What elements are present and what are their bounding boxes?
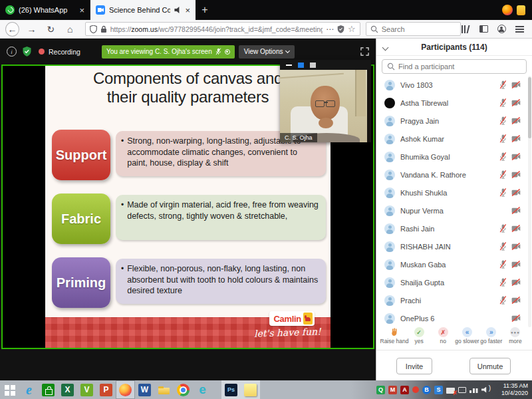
no-button[interactable]: ✗ no: [431, 327, 455, 350]
participant-search-input[interactable]: [398, 63, 521, 70]
search-bar[interactable]: [366, 22, 461, 36]
go-slower-button[interactable]: « go slower: [455, 327, 479, 350]
collapse-chevron-icon[interactable]: [382, 45, 389, 51]
tray-quickheal-icon[interactable]: Q: [376, 384, 385, 396]
tray-m-app-icon[interactable]: M: [388, 384, 397, 396]
tray-red-dot-icon[interactable]: [412, 384, 419, 396]
mic-muted-icon: [499, 116, 507, 125]
tray-signal-icon[interactable]: [469, 384, 478, 396]
viewing-banner[interactable]: You are viewing C. S. Ojha's screen: [102, 45, 235, 59]
yes-button[interactable]: ✓ yes: [407, 327, 431, 350]
recording-indicator-icon: [225, 49, 230, 55]
participants-footer: Invite Unmute: [376, 350, 532, 380]
tracking-shield-icon[interactable]: [90, 25, 97, 33]
video-off-icon: [511, 117, 521, 124]
scrollbar[interactable]: [528, 76, 531, 327]
search-input[interactable]: [382, 25, 448, 33]
fullscreen-button[interactable]: [360, 47, 369, 56]
taskbar-clock[interactable]: 11:35 AM 10/4/2020: [493, 382, 532, 398]
new-tab-button[interactable]: +: [196, 0, 214, 20]
minimize-icon[interactable]: [286, 65, 292, 66]
taskbar-sticky-icon[interactable]: [241, 380, 260, 399]
video-off-icon: [511, 153, 521, 160]
lock-icon[interactable]: [100, 25, 107, 33]
participant-row[interactable]: Vandana K. Rathore: [376, 166, 532, 184]
tab-zoom-meeting[interactable]: Science Behind Colour - A ×: [90, 0, 196, 20]
pocket-icon[interactable]: [337, 25, 344, 33]
hamburger-menu-icon[interactable]: [515, 25, 524, 33]
taskbar-powerpoint-icon[interactable]: P: [96, 380, 116, 399]
presenter-video-window[interactable]: C. S. Ojha: [280, 60, 371, 142]
participant-search-box[interactable]: [382, 59, 527, 74]
fabric-tag: Fabric: [52, 194, 110, 244]
taskbar-start-icon[interactable]: [0, 380, 19, 399]
participant-row[interactable]: Bhumika Goyal: [376, 148, 532, 166]
library-icon[interactable]: [461, 25, 470, 33]
url-bar[interactable]: https://zoom.us/wc/97782995446/join?trac…: [85, 22, 360, 36]
tray-network-x-icon[interactable]: [446, 384, 455, 396]
tray-acrobat-icon[interactable]: A: [400, 384, 409, 396]
participant-row[interactable]: Pragya Jain: [376, 112, 532, 130]
search-icon: [387, 63, 395, 70]
more-button[interactable]: ●●● more: [503, 327, 527, 350]
participant-row[interactable]: RISHABH JAIN: [376, 237, 532, 255]
priming-tag: Priming: [52, 257, 110, 308]
taskbar-firefox-icon[interactable]: [116, 380, 135, 399]
tab-close-icon[interactable]: ×: [185, 5, 190, 15]
sidebar-icon[interactable]: [479, 25, 488, 33]
account-icon[interactable]: [497, 25, 506, 33]
participant-row[interactable]: OnePlus 6: [376, 309, 532, 327]
browser-nav-bar: ← → ↻ ⌂ https://zoom.us/wc/97782995446/j…: [0, 20, 532, 39]
forward-button[interactable]: →: [25, 22, 39, 37]
tab-close-icon[interactable]: ×: [79, 5, 84, 15]
taskbar-word-icon[interactable]: W: [135, 380, 154, 399]
maximize-icon[interactable]: [298, 63, 304, 68]
refresh-button[interactable]: ↻: [44, 22, 58, 37]
meeting-info-icon[interactable]: i: [7, 47, 17, 57]
unmute-button[interactable]: Unmute: [469, 358, 511, 374]
taskbar-edge-icon[interactable]: e: [193, 380, 212, 399]
clock-date: 10/4/2020: [493, 390, 528, 397]
raise-hand-button[interactable]: Raise hand: [382, 327, 407, 350]
participant-row[interactable]: Shailja Gupta: [376, 273, 532, 291]
participant-name: Vandana K. Rathore: [400, 171, 499, 179]
taskbar-store-icon[interactable]: [39, 380, 58, 399]
participant-row[interactable]: Khushi Shukla: [376, 184, 532, 201]
back-button[interactable]: ←: [5, 22, 19, 37]
taskbar-explorer-icon[interactable]: [154, 380, 174, 399]
tray-bluetooth-icon[interactable]: B: [422, 384, 431, 396]
participant-row[interactable]: Rashi Jain: [376, 219, 532, 237]
invite-button[interactable]: Invite: [396, 358, 432, 374]
presenter-hand: [319, 118, 333, 128]
participant-row[interactable]: Ashok Kumar: [376, 130, 532, 148]
video-off-icon: [511, 135, 521, 142]
avatar: [384, 188, 395, 198]
tab-whatsapp[interactable]: (26) WhatsApp ×: [0, 0, 90, 20]
scrollbar-thumb[interactable]: [528, 77, 531, 138]
video-off-icon: [511, 207, 521, 214]
url-text[interactable]: https://zoom.us/wc/97782995446/join?trac…: [110, 25, 323, 33]
taskbar-excel-icon[interactable]: X: [58, 380, 77, 399]
taskbar-photoshop-icon[interactable]: Ps: [221, 380, 241, 399]
taskbar-corel-icon[interactable]: V: [77, 380, 96, 399]
taskbar-ie-icon[interactable]: e: [19, 380, 39, 399]
tray-tablet-icon[interactable]: [458, 384, 466, 396]
home-button[interactable]: ⌂: [63, 22, 77, 37]
taskbar-chrome-icon[interactable]: [174, 380, 193, 399]
go-faster-icon: »: [486, 327, 496, 337]
go-faster-button[interactable]: » go faster: [479, 327, 503, 350]
participant-row[interactable]: Prachi: [376, 291, 532, 309]
tab-audio-icon[interactable]: [174, 7, 181, 13]
page-actions-icon[interactable]: ⋯: [326, 25, 334, 34]
participant-row[interactable]: Astha Tibrewal: [376, 94, 532, 112]
participant-row[interactable]: Vivo 1803: [376, 76, 532, 94]
window-button-icon[interactable]: [310, 63, 316, 68]
tray-volume-icon[interactable]: [481, 384, 491, 396]
video-off-icon: [511, 99, 521, 106]
bookmark-star-icon[interactable]: ☆: [348, 24, 356, 34]
tray-blue-app-icon[interactable]: S: [434, 384, 443, 396]
mic-muted-icon: [499, 170, 507, 179]
participant-row[interactable]: Nupur Verma: [376, 201, 532, 219]
view-options-button[interactable]: View Options: [239, 45, 295, 59]
participant-row[interactable]: Muskan Gaba: [376, 255, 532, 273]
